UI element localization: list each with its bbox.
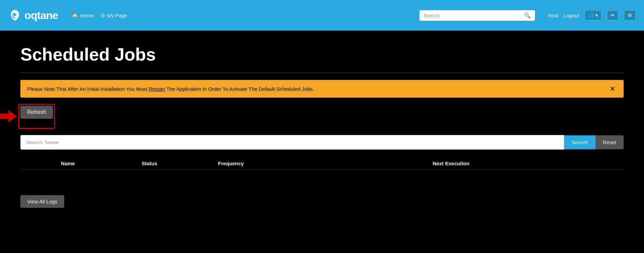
- header: oqtane 🏠 Home ◎ My Page 🔍 host Logout 🌐 …: [0, 0, 644, 31]
- logo-text: oqtane: [24, 9, 58, 22]
- page-title: Scheduled Jobs: [20, 44, 624, 65]
- restart-link[interactable]: Restart: [148, 86, 165, 92]
- alert-banner: Please Note That After An Initial Instal…: [20, 80, 624, 98]
- svg-marker-1: [0, 110, 17, 122]
- col-header-status: Status: [115, 161, 183, 166]
- gear-icon: ⚙: [628, 13, 632, 18]
- col-header-frequency: Frequency: [183, 161, 279, 166]
- chevron-down-icon: ▾: [595, 13, 598, 18]
- search-name-input[interactable]: [20, 135, 564, 150]
- reset-button[interactable]: Reset: [595, 135, 624, 149]
- refresh-button[interactable]: Refresh: [20, 106, 53, 119]
- gear-button[interactable]: ⚙: [624, 10, 636, 20]
- header-search-input[interactable]: [424, 13, 521, 18]
- user-label: host: [549, 13, 558, 18]
- col-header-next-execution: Next Execution: [279, 161, 624, 166]
- arrow-annotation: [0, 109, 17, 123]
- table-body: [20, 175, 624, 188]
- alert-text: Please Note That After An Initial Instal…: [27, 86, 608, 92]
- nav-mypage[interactable]: ◎ My Page: [101, 12, 127, 18]
- col-header-name: Name: [20, 161, 115, 166]
- logout-link[interactable]: Logout: [564, 13, 579, 18]
- header-right: host Logout 🌐 ▾ ✏ ⚙: [549, 10, 636, 20]
- target-icon: ◎: [101, 12, 105, 18]
- search-button[interactable]: Search: [564, 135, 595, 149]
- svg-point-0: [14, 13, 16, 16]
- red-arrow-icon: [0, 109, 17, 123]
- refresh-area: Refresh: [20, 106, 53, 127]
- alert-close-button[interactable]: ✕: [608, 85, 617, 92]
- table-headers: Name Status Frequency Next Execution: [20, 158, 624, 169]
- search-row: Search Reset: [20, 135, 624, 150]
- pencil-button[interactable]: ✏: [607, 10, 619, 20]
- view-all-logs-button[interactable]: View All Logs: [20, 195, 64, 208]
- logo-area: oqtane: [8, 9, 58, 22]
- search-icon: 🔍: [524, 12, 531, 19]
- nav-home[interactable]: 🏠 Home: [72, 12, 94, 18]
- globe-icon: 🌐: [588, 13, 594, 18]
- pencil-icon: ✏: [611, 13, 615, 18]
- divider: [20, 73, 624, 73]
- oqtane-logo-icon: [8, 9, 22, 22]
- nav-links: 🏠 Home ◎ My Page: [72, 12, 411, 18]
- globe-button[interactable]: 🌐 ▾: [585, 10, 602, 20]
- header-search-bar: 🔍: [419, 10, 535, 21]
- home-icon: 🏠: [72, 12, 78, 18]
- main-content: Scheduled Jobs Please Note That After An…: [0, 31, 644, 253]
